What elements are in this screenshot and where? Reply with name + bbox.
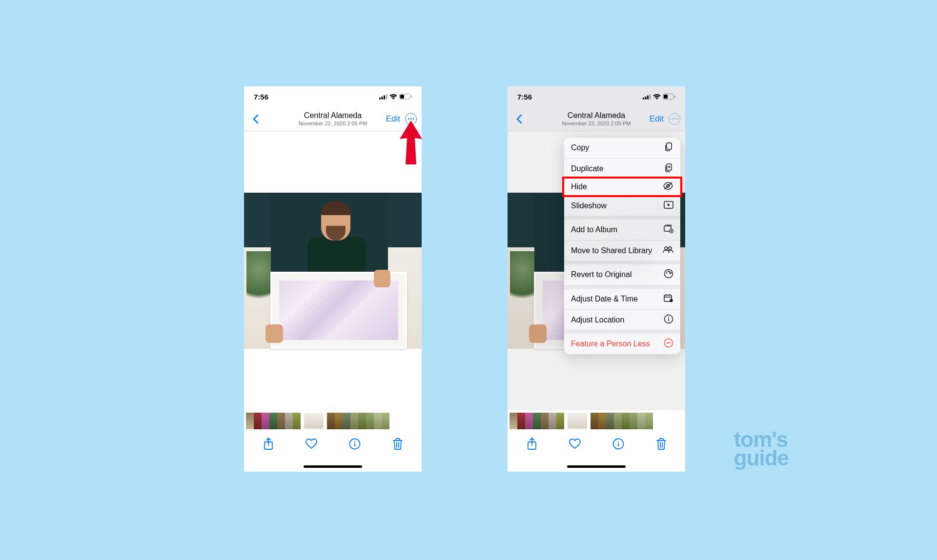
svg-point-31 [669,247,672,250]
slideshow-icon [664,201,673,211]
svg-rect-10 [354,443,355,447]
edit-button[interactable]: Edit [386,114,400,124]
svg-rect-1 [382,97,383,100]
cellular-icon [379,94,387,100]
edit-button[interactable]: Edit [650,114,664,124]
svg-rect-21 [618,443,619,447]
menu-hide[interactable]: Hide [562,177,682,197]
menu-label: Feature a Person Less [571,340,650,348]
bottom-toolbar [244,432,422,456]
battery-icon [399,94,412,100]
nav-title: Central Alameda [562,111,631,120]
favorite-button[interactable] [306,439,317,449]
svg-point-20 [617,441,618,442]
menu-label: Copy [571,143,589,152]
thumbnail-strip[interactable] [508,410,685,432]
more-button[interactable] [405,113,417,125]
svg-rect-6 [411,96,412,98]
more-button[interactable] [669,113,680,125]
menu-feature-less[interactable]: Feature a Person Less [564,334,680,354]
back-button[interactable] [249,114,263,124]
bottom-toolbar [508,432,685,456]
duplicate-icon [664,163,673,175]
menu-label: Adjust Location [571,316,624,324]
cellular-icon [643,94,651,100]
minus-circle-icon [664,338,673,350]
svg-rect-28 [666,225,672,226]
favorite-button[interactable] [569,439,581,449]
svg-rect-3 [386,94,387,100]
wifi-icon [389,94,397,100]
status-bar: 7:56 [508,86,685,107]
status-bar: 7:56 [244,86,422,107]
status-time: 7:56 [254,93,268,101]
nav-title: Central Alameda [299,111,367,120]
screenshot-step-2: 7:56 Central Alameda November 22, 2020 2… [508,86,685,472]
svg-rect-0 [379,98,381,100]
delete-button[interactable] [656,438,667,450]
nav-bar: Central Alameda November 22, 2020 2:05 P… [508,107,685,131]
menu-separator [564,260,680,264]
svg-point-37 [670,299,672,302]
back-button[interactable] [512,114,526,124]
delete-button[interactable] [392,438,403,450]
svg-rect-17 [674,96,675,98]
svg-point-39 [668,317,669,318]
watermark-logo: tom's guide [734,430,789,467]
menu-copy[interactable]: Copy [564,138,680,158]
menu-adjust-datetime[interactable]: Adjust Date & Time [564,289,680,309]
copy-icon [664,142,673,154]
status-indicators [643,94,675,100]
battery-icon [663,94,675,100]
svg-rect-2 [384,95,385,100]
svg-rect-22 [667,143,672,149]
hide-icon [663,182,673,192]
svg-rect-40 [668,318,669,321]
ellipsis-icon [408,118,414,120]
menu-slideshow[interactable]: Slideshow [564,195,680,216]
nav-title-group: Central Alameda November 22, 2020 2:05 P… [562,111,631,126]
thumbnail-strip[interactable] [244,410,422,432]
menu-separator [564,216,680,220]
menu-separator [564,285,680,289]
home-indicator [304,465,362,468]
menu-add-album[interactable]: Add to Album [564,220,680,240]
menu-label: Hide [571,182,587,191]
wifi-icon [653,94,661,100]
nav-bar: Central Alameda November 22, 2020 2:05 P… [244,107,422,131]
photo-viewer[interactable] [244,131,422,410]
ellipsis-icon [672,118,678,120]
nav-subtitle: November 22, 2020 2:05 PM [562,120,631,126]
svg-rect-5 [400,95,404,99]
current-thumbnail [304,413,324,429]
menu-move-shared[interactable]: Move to Shared Library [564,240,680,260]
svg-point-9 [354,441,355,442]
menu-label: Duplicate [571,164,604,173]
status-indicators [379,94,412,100]
calendar-icon [664,294,673,304]
share-button[interactable] [527,438,537,450]
menu-adjust-location[interactable]: Adjust Location [564,309,680,330]
menu-duplicate[interactable]: Duplicate [564,158,680,179]
svg-rect-11 [643,98,644,100]
context-menu: Copy Duplicate Hide Slideshow Add to Alb… [564,138,680,354]
share-button[interactable] [263,438,274,450]
info-icon [664,314,673,326]
info-button[interactable] [349,438,361,450]
menu-label: Revert to Original [571,270,632,279]
info-button[interactable] [612,438,624,450]
nav-title-group: Central Alameda November 22, 2020 2:05 P… [299,111,367,126]
menu-revert[interactable]: Revert to Original [564,264,680,285]
status-time: 7:56 [517,93,532,101]
menu-label: Adjust Date & Time [571,295,638,303]
add-album-icon [664,224,673,235]
current-thumbnail [567,413,588,429]
svg-rect-12 [645,97,647,100]
svg-point-30 [665,247,668,250]
svg-rect-16 [664,95,668,99]
revert-icon [664,269,673,280]
menu-label: Add to Album [571,225,617,234]
svg-point-32 [665,270,673,278]
shared-library-icon [663,246,673,255]
photo-content [244,193,422,349]
